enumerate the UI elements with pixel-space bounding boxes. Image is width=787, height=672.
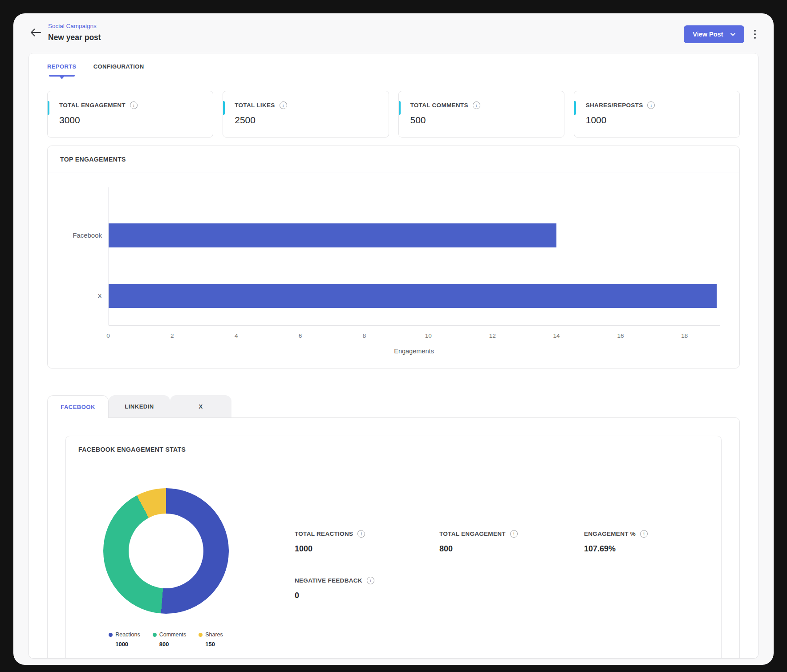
app-window: Social Campaigns New year post View Post… — [13, 13, 774, 665]
x-tick-label: 12 — [489, 332, 496, 339]
x-tick-label: 18 — [681, 332, 688, 339]
legend-label: Reactions — [115, 632, 140, 638]
top-engagements-card: TOP ENGAGEMENTS Facebook X 0246810121416… — [47, 146, 740, 368]
facebook-engagement-stats-card: FACEBOOK ENGAGEMENT STATS Reactions 1000 — [65, 436, 722, 659]
view-post-label: View Post — [693, 31, 723, 38]
tab-configuration-label: CONFIGURATION — [93, 63, 144, 70]
legend-label: Comments — [159, 632, 186, 638]
legend-item-shares[interactable]: Shares 150 — [199, 632, 223, 648]
info-icon[interactable] — [130, 101, 138, 109]
report-card: REPORTS CONFIGURATION TOTAL ENGAGEMENT 3… — [28, 53, 759, 659]
facebook-metrics-section: TOTAL REACTIONS 1000 TOTAL ENGAGEMENT — [266, 463, 722, 659]
chevron-down-icon — [730, 33, 735, 36]
x-axis-title: Engagements — [108, 348, 720, 355]
info-icon[interactable] — [367, 577, 374, 584]
active-tab-indicator — [49, 75, 75, 77]
info-icon[interactable] — [473, 101, 480, 109]
metric-label: TOTAL ENGAGEMENT — [439, 530, 506, 537]
legend-item-reactions[interactable]: Reactions 1000 — [109, 632, 140, 648]
x-tick-label: 0 — [106, 332, 110, 339]
metric-label: TOTAL REACTIONS — [295, 530, 353, 537]
metric-value: 800 — [439, 544, 584, 554]
stat-value: 1000 — [586, 115, 728, 125]
facebook-engagement-stats-title: FACEBOOK ENGAGEMENT STATS — [66, 436, 721, 463]
summary-stats-row: TOTAL ENGAGEMENT 3000 TOTAL LIKES 2500 T… — [47, 91, 740, 138]
stat-value: 500 — [410, 115, 552, 125]
legend-dot-shares — [199, 633, 203, 637]
info-icon[interactable] — [640, 530, 648, 538]
metric-label: ENGAGEMENT % — [584, 530, 636, 537]
legend-dot-reactions — [109, 633, 113, 637]
stat-label: TOTAL ENGAGEMENT — [59, 102, 126, 109]
bar-chart-plot-area — [108, 187, 720, 325]
main-tab-bar: REPORTS CONFIGURATION — [29, 53, 758, 79]
tab-facebook[interactable]: FACEBOOK — [47, 395, 109, 418]
category-label-x: X — [97, 284, 102, 308]
legend-value: 800 — [153, 641, 186, 648]
metric-label: NEGATIVE FEEDBACK — [295, 577, 362, 584]
metric-total-reactions: TOTAL REACTIONS 1000 — [295, 530, 439, 554]
x-tick-label: 16 — [617, 332, 624, 339]
stat-label: SHARES/REPOSTS — [586, 102, 643, 109]
metric-negative-feedback: NEGATIVE FEEDBACK 0 — [295, 577, 439, 600]
legend-value: 150 — [199, 641, 223, 648]
bar-chart-category-axis: Facebook X — [48, 187, 108, 325]
page-title: New year post — [48, 33, 101, 42]
tab-linkedin[interactable]: LINKEDIN — [109, 395, 170, 417]
tab-facebook-label: FACEBOOK — [61, 404, 95, 410]
facebook-tab-panel: FACEBOOK ENGAGEMENT STATS Reactions 1000 — [47, 417, 740, 659]
metric-value: 1000 — [295, 544, 439, 554]
back-arrow-icon[interactable] — [29, 28, 42, 37]
stat-card-total-likes: TOTAL LIKES 2500 — [223, 91, 389, 138]
metric-total-engagement: TOTAL ENGAGEMENT 800 — [439, 530, 584, 554]
stat-value: 2500 — [235, 115, 377, 125]
info-icon[interactable] — [357, 530, 365, 538]
x-tick-label: 8 — [363, 332, 366, 339]
legend-dot-comments — [153, 633, 157, 637]
breadcrumb[interactable]: Social Campaigns — [48, 22, 101, 30]
bar-facebook — [109, 223, 556, 247]
category-label-facebook: Facebook — [73, 223, 102, 247]
stat-card-total-engagement: TOTAL ENGAGEMENT 3000 — [47, 91, 213, 138]
metric-value: 0 — [295, 591, 439, 600]
tab-reports[interactable]: REPORTS — [47, 53, 77, 79]
legend-label: Shares — [205, 632, 223, 638]
bar-chart: Facebook X — [48, 173, 739, 325]
platform-tab-bar: FACEBOOK LINKEDIN X — [47, 395, 740, 417]
tab-configuration[interactable]: CONFIGURATION — [93, 53, 144, 79]
x-tick-label: 4 — [235, 332, 238, 339]
info-icon[interactable] — [280, 101, 287, 109]
donut-chart-section: Reactions 1000 Comments 800 — [66, 463, 266, 659]
legend-value: 1000 — [109, 641, 140, 648]
tab-x-label: X — [199, 403, 203, 410]
view-post-button[interactable]: View Post — [684, 25, 744, 43]
x-tick-label: 2 — [170, 332, 174, 339]
tab-reports-label: REPORTS — [47, 63, 77, 70]
page-header: Social Campaigns New year post View Post — [13, 13, 774, 53]
x-tick-label: 10 — [425, 332, 432, 339]
stat-card-total-comments: TOTAL COMMENTS 500 — [398, 91, 564, 138]
x-tick-label: 14 — [553, 332, 560, 339]
bar-chart-x-ticks: 024681012141618 — [108, 329, 720, 347]
bar-x — [109, 284, 717, 308]
stat-label: TOTAL LIKES — [235, 102, 275, 109]
tab-x[interactable]: X — [170, 395, 231, 417]
more-options-icon[interactable] — [752, 28, 758, 41]
top-engagements-title: TOP ENGAGEMENTS — [48, 146, 739, 173]
tab-linkedin-label: LINKEDIN — [125, 403, 154, 410]
info-icon[interactable] — [510, 530, 518, 538]
x-tick-label: 6 — [299, 332, 302, 339]
metric-value: 107.69% — [584, 544, 722, 554]
legend-item-comments[interactable]: Comments 800 — [153, 632, 186, 648]
info-icon[interactable] — [647, 101, 655, 109]
stat-value: 3000 — [59, 115, 201, 125]
donut-chart — [103, 488, 229, 614]
stat-card-shares-reposts: SHARES/REPOSTS 1000 — [574, 91, 740, 138]
donut-legend: Reactions 1000 Comments 800 — [109, 632, 223, 648]
stat-label: TOTAL COMMENTS — [410, 102, 468, 109]
metric-engagement-percent: ENGAGEMENT % 107.69% — [584, 530, 722, 554]
